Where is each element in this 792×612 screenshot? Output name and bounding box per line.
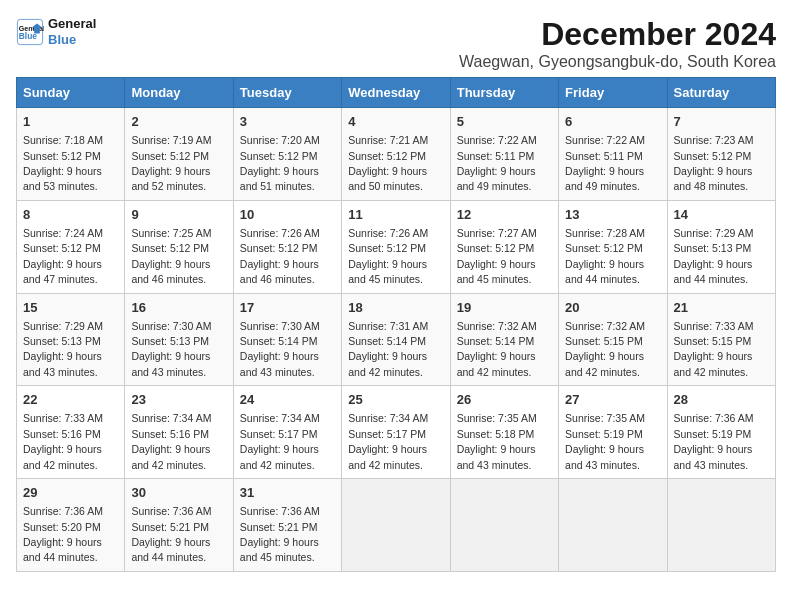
day-number: 30: [131, 484, 226, 502]
header-saturday: Saturday: [667, 78, 775, 108]
day-number: 10: [240, 206, 335, 224]
day-number: 19: [457, 299, 552, 317]
day-info: Sunrise: 7:25 AMSunset: 5:12 PMDaylight:…: [131, 227, 211, 285]
day-info: Sunrise: 7:21 AMSunset: 5:12 PMDaylight:…: [348, 134, 428, 192]
day-info: Sunrise: 7:24 AMSunset: 5:12 PMDaylight:…: [23, 227, 103, 285]
day-info: Sunrise: 7:34 AMSunset: 5:17 PMDaylight:…: [240, 412, 320, 470]
day-info: Sunrise: 7:29 AMSunset: 5:13 PMDaylight:…: [23, 320, 103, 378]
day-info: Sunrise: 7:36 AMSunset: 5:19 PMDaylight:…: [674, 412, 754, 470]
logo-text-blue: Blue: [48, 32, 96, 48]
calendar-cell: 18 Sunrise: 7:31 AMSunset: 5:14 PMDaylig…: [342, 293, 450, 386]
logo-icon: General Blue: [16, 18, 44, 46]
day-info: Sunrise: 7:36 AMSunset: 5:20 PMDaylight:…: [23, 505, 103, 563]
day-number: 23: [131, 391, 226, 409]
calendar-cell: 26 Sunrise: 7:35 AMSunset: 5:18 PMDaylig…: [450, 386, 558, 479]
day-info: Sunrise: 7:36 AMSunset: 5:21 PMDaylight:…: [131, 505, 211, 563]
day-number: 16: [131, 299, 226, 317]
calendar-cell: [559, 479, 667, 572]
header-monday: Monday: [125, 78, 233, 108]
page-header: General Blue General Blue December 2024 …: [16, 16, 776, 71]
day-info: Sunrise: 7:23 AMSunset: 5:12 PMDaylight:…: [674, 134, 754, 192]
day-number: 24: [240, 391, 335, 409]
day-number: 28: [674, 391, 769, 409]
calendar-week-row: 15 Sunrise: 7:29 AMSunset: 5:13 PMDaylig…: [17, 293, 776, 386]
header-thursday: Thursday: [450, 78, 558, 108]
day-info: Sunrise: 7:22 AMSunset: 5:11 PMDaylight:…: [457, 134, 537, 192]
day-number: 4: [348, 113, 443, 131]
day-info: Sunrise: 7:35 AMSunset: 5:18 PMDaylight:…: [457, 412, 537, 470]
calendar-cell: 30 Sunrise: 7:36 AMSunset: 5:21 PMDaylig…: [125, 479, 233, 572]
location-title: Waegwan, Gyeongsangbuk-do, South Korea: [459, 53, 776, 71]
day-info: Sunrise: 7:28 AMSunset: 5:12 PMDaylight:…: [565, 227, 645, 285]
calendar-cell: 29 Sunrise: 7:36 AMSunset: 5:20 PMDaylig…: [17, 479, 125, 572]
calendar-cell: 10 Sunrise: 7:26 AMSunset: 5:12 PMDaylig…: [233, 200, 341, 293]
day-number: 3: [240, 113, 335, 131]
calendar-cell: 6 Sunrise: 7:22 AMSunset: 5:11 PMDayligh…: [559, 108, 667, 201]
calendar-cell: 11 Sunrise: 7:26 AMSunset: 5:12 PMDaylig…: [342, 200, 450, 293]
day-number: 8: [23, 206, 118, 224]
calendar-cell: [342, 479, 450, 572]
calendar-cell: 3 Sunrise: 7:20 AMSunset: 5:12 PMDayligh…: [233, 108, 341, 201]
calendar-cell: 9 Sunrise: 7:25 AMSunset: 5:12 PMDayligh…: [125, 200, 233, 293]
calendar-cell: 1 Sunrise: 7:18 AMSunset: 5:12 PMDayligh…: [17, 108, 125, 201]
day-number: 20: [565, 299, 660, 317]
day-info: Sunrise: 7:33 AMSunset: 5:16 PMDaylight:…: [23, 412, 103, 470]
day-number: 7: [674, 113, 769, 131]
calendar-cell: 17 Sunrise: 7:30 AMSunset: 5:14 PMDaylig…: [233, 293, 341, 386]
day-info: Sunrise: 7:35 AMSunset: 5:19 PMDaylight:…: [565, 412, 645, 470]
day-info: Sunrise: 7:20 AMSunset: 5:12 PMDaylight:…: [240, 134, 320, 192]
header-wednesday: Wednesday: [342, 78, 450, 108]
calendar-table: Sunday Monday Tuesday Wednesday Thursday…: [16, 77, 776, 572]
calendar-cell: 7 Sunrise: 7:23 AMSunset: 5:12 PMDayligh…: [667, 108, 775, 201]
calendar-week-row: 22 Sunrise: 7:33 AMSunset: 5:16 PMDaylig…: [17, 386, 776, 479]
day-info: Sunrise: 7:18 AMSunset: 5:12 PMDaylight:…: [23, 134, 103, 192]
day-number: 2: [131, 113, 226, 131]
day-number: 21: [674, 299, 769, 317]
day-info: Sunrise: 7:31 AMSunset: 5:14 PMDaylight:…: [348, 320, 428, 378]
day-info: Sunrise: 7:30 AMSunset: 5:13 PMDaylight:…: [131, 320, 211, 378]
calendar-cell: 20 Sunrise: 7:32 AMSunset: 5:15 PMDaylig…: [559, 293, 667, 386]
day-number: 6: [565, 113, 660, 131]
calendar-cell: [667, 479, 775, 572]
day-number: 17: [240, 299, 335, 317]
calendar-header-row: Sunday Monday Tuesday Wednesday Thursday…: [17, 78, 776, 108]
calendar-cell: [450, 479, 558, 572]
day-info: Sunrise: 7:19 AMSunset: 5:12 PMDaylight:…: [131, 134, 211, 192]
day-number: 26: [457, 391, 552, 409]
day-number: 1: [23, 113, 118, 131]
calendar-cell: 13 Sunrise: 7:28 AMSunset: 5:12 PMDaylig…: [559, 200, 667, 293]
calendar-cell: 14 Sunrise: 7:29 AMSunset: 5:13 PMDaylig…: [667, 200, 775, 293]
day-info: Sunrise: 7:33 AMSunset: 5:15 PMDaylight:…: [674, 320, 754, 378]
calendar-cell: 5 Sunrise: 7:22 AMSunset: 5:11 PMDayligh…: [450, 108, 558, 201]
calendar-cell: 31 Sunrise: 7:36 AMSunset: 5:21 PMDaylig…: [233, 479, 341, 572]
day-number: 11: [348, 206, 443, 224]
day-info: Sunrise: 7:32 AMSunset: 5:14 PMDaylight:…: [457, 320, 537, 378]
day-info: Sunrise: 7:32 AMSunset: 5:15 PMDaylight:…: [565, 320, 645, 378]
header-sunday: Sunday: [17, 78, 125, 108]
calendar-cell: 23 Sunrise: 7:34 AMSunset: 5:16 PMDaylig…: [125, 386, 233, 479]
day-number: 25: [348, 391, 443, 409]
day-number: 31: [240, 484, 335, 502]
calendar-cell: 24 Sunrise: 7:34 AMSunset: 5:17 PMDaylig…: [233, 386, 341, 479]
day-number: 9: [131, 206, 226, 224]
day-info: Sunrise: 7:34 AMSunset: 5:16 PMDaylight:…: [131, 412, 211, 470]
day-info: Sunrise: 7:22 AMSunset: 5:11 PMDaylight:…: [565, 134, 645, 192]
calendar-cell: 12 Sunrise: 7:27 AMSunset: 5:12 PMDaylig…: [450, 200, 558, 293]
day-info: Sunrise: 7:26 AMSunset: 5:12 PMDaylight:…: [348, 227, 428, 285]
logo: General Blue General Blue: [16, 16, 96, 47]
calendar-cell: 27 Sunrise: 7:35 AMSunset: 5:19 PMDaylig…: [559, 386, 667, 479]
day-number: 27: [565, 391, 660, 409]
calendar-cell: 2 Sunrise: 7:19 AMSunset: 5:12 PMDayligh…: [125, 108, 233, 201]
day-number: 18: [348, 299, 443, 317]
day-number: 29: [23, 484, 118, 502]
calendar-cell: 25 Sunrise: 7:34 AMSunset: 5:17 PMDaylig…: [342, 386, 450, 479]
day-number: 14: [674, 206, 769, 224]
calendar-cell: 21 Sunrise: 7:33 AMSunset: 5:15 PMDaylig…: [667, 293, 775, 386]
day-number: 22: [23, 391, 118, 409]
day-number: 13: [565, 206, 660, 224]
calendar-cell: 22 Sunrise: 7:33 AMSunset: 5:16 PMDaylig…: [17, 386, 125, 479]
logo-text-general: General: [48, 16, 96, 32]
day-info: Sunrise: 7:36 AMSunset: 5:21 PMDaylight:…: [240, 505, 320, 563]
header-tuesday: Tuesday: [233, 78, 341, 108]
day-info: Sunrise: 7:29 AMSunset: 5:13 PMDaylight:…: [674, 227, 754, 285]
